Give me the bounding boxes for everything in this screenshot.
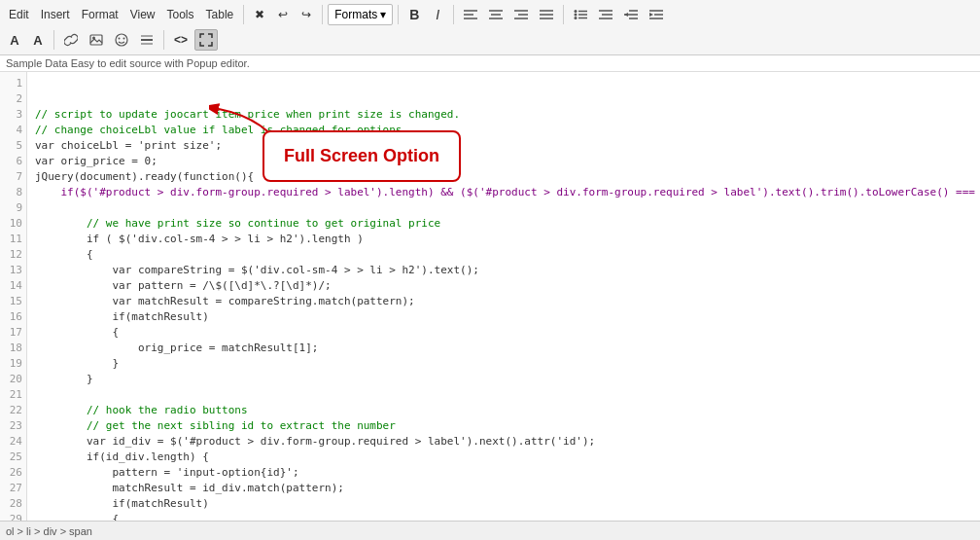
separator-5 (563, 5, 564, 24)
line-number: 24 (0, 434, 26, 450)
code-line: if(id_div.length) { (35, 450, 972, 465)
link-btn[interactable] (59, 29, 83, 51)
line-number: 10 (0, 216, 26, 232)
separator-1 (243, 5, 244, 24)
line-number: 6 (0, 154, 26, 169)
svg-point-33 (123, 38, 125, 40)
line-number: 28 (0, 496, 26, 512)
status-text: Sample Data Easy to edit source with Pop… (6, 57, 250, 69)
image-btn[interactable] (85, 29, 108, 51)
line-number: 16 (0, 309, 26, 325)
line-number: 25 (0, 450, 26, 465)
code-line: pattern = 'input-option{id}'; (35, 465, 972, 481)
fullscreen-btn[interactable] (194, 29, 218, 51)
align-right-btn[interactable] (509, 4, 533, 25)
code-line (35, 200, 972, 216)
separator-2 (322, 5, 323, 24)
code-line: { (35, 512, 972, 521)
line-number: 23 (0, 418, 26, 434)
toolbar-row-2: A A <> (4, 27, 976, 53)
svg-point-31 (116, 34, 127, 46)
svg-point-12 (575, 10, 578, 13)
code-line: } (35, 356, 972, 372)
menu-edit[interactable]: Edit (4, 4, 34, 25)
hr-btn[interactable] (135, 29, 158, 51)
line-number: 27 (0, 481, 26, 496)
line-number: 15 (0, 294, 26, 309)
line-number: 19 (0, 356, 26, 372)
editor-container[interactable]: Full Screen Option 123456789101112131415… (0, 72, 980, 521)
separator-3 (398, 5, 399, 24)
code-line: var orig_price = 0; (35, 154, 972, 169)
italic-btn[interactable]: I (427, 4, 448, 25)
line-number: 4 (0, 123, 26, 138)
menu-insert[interactable]: Insert (36, 4, 75, 25)
align-left-btn[interactable] (459, 4, 482, 25)
list-ul-btn[interactable] (569, 4, 592, 25)
bold-btn[interactable]: B (403, 4, 425, 25)
line-number: 12 (0, 247, 26, 263)
separator-4 (453, 5, 454, 24)
code-line: // get the next sibling id to extract th… (35, 418, 972, 434)
toolbar: Edit Insert Format View Tools Table ✖ ↩ … (0, 0, 980, 55)
font-color-btn[interactable]: A (4, 29, 25, 51)
code-line: // we have print size so continue to get… (35, 216, 972, 232)
bottom-bar: ol > li > div > span (0, 521, 980, 540)
list-indent-btn[interactable] (594, 4, 617, 25)
line-number: 29 (0, 512, 26, 521)
code-line: var matchResult = compareString.match(pa… (35, 294, 972, 309)
line-number: 3 (0, 107, 26, 123)
svg-point-32 (119, 38, 121, 40)
code-line: orig_price = matchResult[1]; (35, 341, 972, 356)
code-line: // hook the radio buttons (35, 403, 972, 418)
line-number: 13 (0, 263, 26, 278)
line-number: 18 (0, 341, 26, 356)
source-code-btn[interactable]: <> (169, 29, 192, 51)
line-number: 14 (0, 278, 26, 294)
code-line: var compareString = $('div.col-sm-4 > > … (35, 263, 972, 278)
svg-rect-29 (90, 35, 102, 45)
menu-table[interactable]: Table (201, 4, 239, 25)
code-line: var id_div = $('#product > div.form-grou… (35, 434, 972, 450)
menu-view[interactable]: View (125, 4, 160, 25)
line-number: 21 (0, 387, 26, 403)
line-numbers: 1234567891011121314151617181920212223242… (0, 72, 27, 521)
line-number: 7 (0, 169, 26, 185)
formats-dropdown[interactable]: Formats ▾ (328, 4, 393, 25)
redo-btn[interactable]: ↪ (296, 4, 317, 25)
code-line: if ( $('div.col-sm-4 > > li > h2').lengt… (35, 232, 972, 247)
highlight-btn[interactable]: A (27, 29, 49, 51)
align-justify-btn[interactable] (535, 4, 558, 25)
svg-point-16 (575, 17, 578, 19)
line-number: 9 (0, 200, 26, 216)
menu-tools[interactable]: Tools (162, 4, 199, 25)
toolbar-row-1: Edit Insert Format View Tools Table ✖ ↩ … (4, 2, 976, 27)
svg-marker-27 (649, 13, 653, 17)
line-number: 17 (0, 325, 26, 341)
line-number: 20 (0, 372, 26, 387)
code-line: var pattern = /\$([\d]*\.?[\d]*)/; (35, 278, 972, 294)
breadcrumb: ol > li > div > span (6, 525, 92, 537)
chevron-down-icon: ▾ (380, 8, 386, 21)
menu-format[interactable]: Format (77, 4, 123, 25)
indent-btn[interactable] (645, 4, 668, 25)
align-center-btn[interactable] (484, 4, 508, 25)
clear-formatting-btn[interactable]: ✖ (249, 4, 270, 25)
line-number: 8 (0, 185, 26, 200)
code-line: // change choiceLbl value if label is ch… (35, 123, 972, 138)
code-line: } (35, 372, 972, 387)
svg-marker-23 (624, 13, 628, 17)
code-line: if(matchResult) (35, 496, 972, 512)
undo-btn[interactable]: ↩ (272, 4, 294, 25)
code-line: if($('#product > div.form-group.required… (35, 185, 972, 200)
status-bar: Sample Data Easy to edit source with Pop… (0, 55, 980, 72)
code-line: // script to update joocart item price w… (35, 107, 972, 123)
callout-box: Full Screen Option (262, 130, 461, 182)
line-number: 22 (0, 403, 26, 418)
code-line: jQuery(document).ready(function(){ (35, 169, 972, 185)
code-editor[interactable]: // script to update joocart item price w… (27, 72, 980, 521)
code-line: matchResult = id_div.match(pattern); (35, 481, 972, 496)
line-number: 2 (0, 91, 26, 107)
smiley-btn[interactable] (110, 29, 133, 51)
outdent-btn[interactable] (619, 4, 643, 25)
